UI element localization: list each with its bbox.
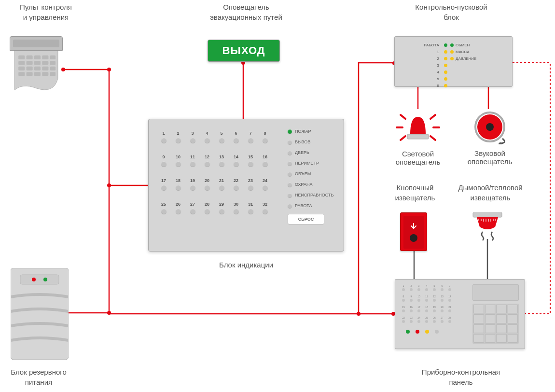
cp-cell-3: 3 [416, 284, 421, 291]
ind-cell-15: 15 [247, 154, 254, 167]
ind-cell-14: 14 [233, 154, 239, 167]
ind-cell-3: 3 [189, 131, 196, 143]
label-power: Блок резервного питания [0, 367, 82, 387]
ind-cell-28: 28 [204, 202, 210, 214]
status-3: ПЕРИМЕТР [288, 161, 337, 166]
svg-rect-7 [34, 61, 41, 65]
cp-led [435, 330, 439, 334]
ind-cell-4: 4 [204, 131, 210, 143]
svg-rect-12 [34, 67, 41, 70]
cp-cell-22: 22 [401, 316, 406, 323]
ind-cell-10: 10 [175, 154, 181, 167]
ind-cell-12: 12 [204, 154, 210, 167]
arrow-down-icon [410, 223, 417, 230]
label-indblock: Блок индикации [203, 260, 290, 270]
cp-cell-21: 21 [447, 306, 452, 312]
cp-cell-19: 19 [432, 306, 437, 312]
manual-call-point [400, 212, 427, 251]
smoke-icon [472, 212, 503, 241]
label-cpanel: Приборно-контрольная панель [396, 367, 526, 387]
cp-led [416, 330, 419, 334]
ind-cell-7: 7 [247, 131, 254, 143]
reset-button[interactable]: СБРОС [288, 214, 324, 224]
ind-cell-9: 9 [160, 154, 167, 167]
cp-cell-1: 1 [401, 284, 406, 291]
backup-power [11, 268, 69, 360]
ind-cell-21: 21 [218, 178, 225, 190]
status-2: ДВЕРЬ [288, 150, 337, 155]
svg-rect-13 [42, 67, 48, 70]
siren-label: Световой оповещатель [394, 150, 442, 166]
ind-cell-23: 23 [247, 178, 254, 190]
svg-point-43 [43, 278, 47, 281]
cp-cell-16: 16 [409, 306, 414, 312]
cp-cell-2: 2 [409, 284, 414, 291]
cp-cell-13: 13 [440, 295, 444, 302]
cp-cell-14: 14 [447, 295, 452, 302]
bell-icon [466, 110, 514, 144]
control-launch-block: РАБОТА ОБМЕН 1 МАССА 2 ДАВЛЕНИЕ 3 4 5 6 [394, 36, 513, 87]
svg-rect-26 [407, 134, 429, 139]
keypad-device [10, 36, 63, 96]
svg-rect-1 [27, 56, 33, 59]
ind-cell-29: 29 [218, 202, 225, 214]
ind-cell-11: 11 [189, 154, 196, 167]
clblock-r0: ОБМЕН [456, 43, 470, 47]
svg-rect-2 [34, 56, 41, 59]
node [107, 68, 111, 71]
svg-rect-11 [27, 67, 33, 70]
status-4: ОБЪЕМ [288, 171, 337, 176]
svg-rect-6 [27, 61, 33, 65]
svg-rect-17 [34, 72, 41, 76]
control-panel: 1234567891011121314151617181920212223242… [395, 279, 525, 349]
cp-cell-15: 15 [401, 306, 406, 312]
cpanel-display [472, 284, 519, 301]
ind-cell-8: 8 [262, 131, 268, 143]
label-exit: Оповещатель эвакуационных путей [195, 2, 297, 22]
exit-sign-text: ВЫХОД [222, 44, 265, 57]
ind-cell-18: 18 [175, 178, 181, 190]
clblock-r1: МАССА [456, 50, 470, 54]
sound-bell: Звуковой оповещатель [466, 110, 514, 166]
ind-cell-25: 25 [160, 202, 167, 214]
status-0: ПОЖАР [288, 129, 337, 134]
clblock-n4: 4 [437, 70, 439, 74]
cp-cell-17: 17 [416, 306, 421, 312]
cp-cell-20: 20 [440, 306, 444, 312]
svg-rect-9 [50, 61, 56, 65]
cp-cell-10: 10 [416, 295, 421, 302]
svg-rect-10 [18, 67, 25, 70]
ind-cell-22: 22 [233, 178, 239, 190]
power-icon [11, 268, 69, 360]
cp-cell-6: 6 [440, 284, 444, 291]
svg-line-22 [401, 115, 405, 119]
svg-rect-0 [18, 56, 25, 59]
ind-cell-20: 20 [204, 178, 210, 190]
svg-rect-4 [50, 56, 56, 59]
svg-rect-19 [50, 72, 56, 76]
cp-cell-24: 24 [416, 316, 421, 323]
cp-cell-25: 25 [424, 316, 429, 323]
cp-cell-27: 27 [440, 316, 444, 323]
status-1: ВЫЗОВ [288, 140, 337, 144]
ind-cell-31: 31 [247, 202, 254, 214]
clblock-n2: 2 [437, 56, 439, 61]
cp-cell-11: 11 [424, 295, 429, 302]
svg-rect-3 [42, 56, 48, 59]
svg-line-24 [401, 136, 405, 140]
ind-cell-6: 6 [233, 131, 239, 143]
svg-rect-8 [42, 61, 48, 65]
exit-sign: ВЫХОД [208, 40, 280, 62]
ind-cell-13: 13 [218, 154, 225, 167]
smoke-detector [472, 212, 503, 243]
indication-block: 1234567891011121314151617181920212223242… [148, 119, 344, 252]
mcp-button [410, 234, 417, 242]
ind-cell-27: 27 [189, 202, 196, 214]
ind-cell-19: 19 [189, 178, 196, 190]
clblock-n5: 5 [437, 77, 439, 81]
svg-rect-15 [18, 72, 25, 76]
clblock-n6: 6 [437, 84, 439, 88]
node [357, 312, 361, 316]
clblock-n3: 3 [437, 63, 439, 68]
clblock-n1: 1 [437, 50, 439, 54]
